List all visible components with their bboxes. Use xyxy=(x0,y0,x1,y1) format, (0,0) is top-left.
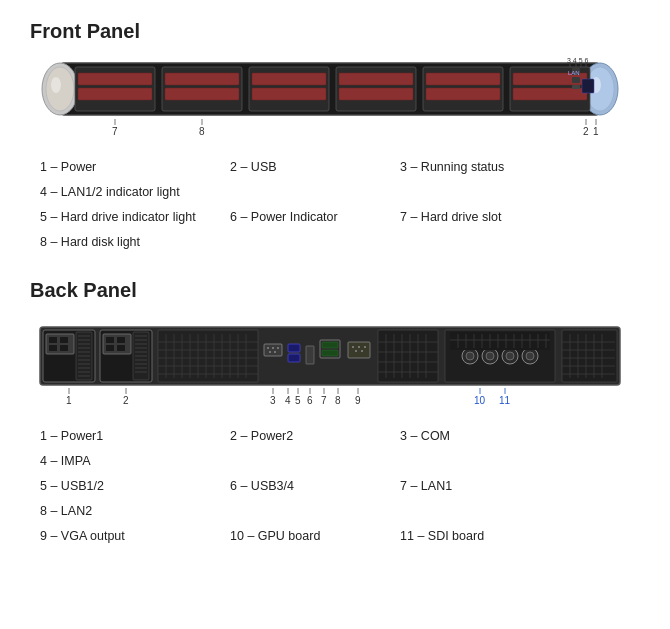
svg-point-110 xyxy=(358,346,360,348)
svg-point-131 xyxy=(506,352,514,360)
svg-rect-14 xyxy=(252,73,326,85)
svg-text:LAN: LAN xyxy=(568,70,580,76)
back-label-8: 8 – LAN2 xyxy=(40,499,200,524)
front-label-2: 2 – USB xyxy=(230,155,400,180)
svg-rect-96 xyxy=(264,344,282,356)
svg-point-101 xyxy=(274,351,276,353)
svg-point-99 xyxy=(277,347,279,349)
svg-rect-27 xyxy=(572,85,580,89)
svg-text:7: 7 xyxy=(112,126,118,137)
svg-rect-103 xyxy=(288,354,300,362)
svg-rect-9 xyxy=(78,88,152,100)
svg-text:6: 6 xyxy=(307,395,313,406)
svg-point-109 xyxy=(352,346,354,348)
svg-rect-11 xyxy=(165,73,239,85)
svg-rect-12 xyxy=(165,88,239,100)
svg-rect-104 xyxy=(306,346,314,364)
back-label-10: 10 – GPU board xyxy=(230,524,400,549)
svg-rect-49 xyxy=(60,345,68,351)
svg-rect-107 xyxy=(322,350,338,356)
svg-point-97 xyxy=(267,347,269,349)
svg-rect-47 xyxy=(60,337,68,343)
svg-rect-20 xyxy=(426,73,500,85)
svg-rect-18 xyxy=(339,88,413,100)
front-label-6: 6 – Power Indicator xyxy=(230,205,400,230)
front-label-4: 4 – LAN1/2 indicator light xyxy=(40,180,240,205)
back-label-9: 9 – VGA output xyxy=(40,524,230,549)
svg-text:3  4 5 6: 3 4 5 6 xyxy=(567,57,589,64)
back-label-5: 5 – USB1/2 xyxy=(40,474,230,499)
svg-rect-15 xyxy=(252,88,326,100)
svg-rect-48 xyxy=(49,345,57,351)
back-label-11: 11 – SDI board xyxy=(400,524,560,549)
back-label-3: 3 – COM xyxy=(400,424,560,449)
front-label-8: 8 – Hard disk light xyxy=(40,230,240,255)
back-label-6: 6 – USB3/4 xyxy=(230,474,400,499)
svg-text:4: 4 xyxy=(285,395,291,406)
back-label-1: 1 – Power1 xyxy=(40,424,230,449)
svg-rect-134 xyxy=(450,332,550,350)
front-panel-labels: 1 – Power 2 – USB 3 – Running status 4 –… xyxy=(30,155,640,255)
svg-rect-28 xyxy=(582,79,594,93)
svg-rect-64 xyxy=(106,337,114,343)
back-panel-title: Back Panel xyxy=(30,279,640,302)
svg-point-111 xyxy=(364,346,366,348)
svg-text:2: 2 xyxy=(583,126,589,137)
svg-text:3: 3 xyxy=(270,395,276,406)
svg-point-127 xyxy=(466,352,474,360)
svg-point-129 xyxy=(486,352,494,360)
front-label-5: 5 – Hard drive indicator light xyxy=(40,205,230,230)
svg-rect-102 xyxy=(288,344,300,352)
svg-text:1: 1 xyxy=(593,126,599,137)
back-panel-image: 1 2 3 4 5 6 7 8 9 10 xyxy=(30,312,640,420)
svg-point-112 xyxy=(355,350,357,352)
svg-rect-24 xyxy=(513,88,587,100)
svg-rect-17 xyxy=(339,73,413,85)
svg-text:8: 8 xyxy=(199,126,205,137)
svg-rect-114 xyxy=(378,330,438,382)
svg-text:10: 10 xyxy=(474,395,486,406)
svg-point-133 xyxy=(526,352,534,360)
back-label-2: 2 – Power2 xyxy=(230,424,400,449)
back-label-7: 7 – LAN1 xyxy=(400,474,560,499)
svg-text:7: 7 xyxy=(321,395,327,406)
front-label-3: 3 – Running status xyxy=(400,155,580,180)
front-label-1: 1 – Power xyxy=(40,155,230,180)
svg-rect-66 xyxy=(106,345,114,351)
svg-text:9: 9 xyxy=(355,395,361,406)
svg-rect-46 xyxy=(49,337,57,343)
svg-point-3 xyxy=(51,77,61,93)
svg-point-98 xyxy=(272,347,274,349)
svg-text:2: 2 xyxy=(123,395,129,406)
svg-text:5: 5 xyxy=(295,395,301,406)
svg-text:1: 1 xyxy=(66,395,72,406)
svg-point-100 xyxy=(269,351,271,353)
front-panel-image: 7 8 3 4 5 6 2 1 LAN xyxy=(30,53,640,151)
svg-rect-8 xyxy=(78,73,152,85)
svg-rect-106 xyxy=(322,342,338,348)
svg-rect-65 xyxy=(117,337,125,343)
svg-rect-67 xyxy=(117,345,125,351)
back-label-4: 4 – IMPA xyxy=(40,449,200,474)
front-label-7: 7 – Hard drive slot xyxy=(400,205,580,230)
svg-text:11: 11 xyxy=(499,395,511,406)
svg-rect-26 xyxy=(572,77,580,83)
svg-point-113 xyxy=(361,350,363,352)
back-panel-labels: 1 – Power1 2 – Power2 3 – COM 4 – IMPA 5… xyxy=(30,424,640,549)
front-panel-title: Front Panel xyxy=(30,20,640,43)
svg-rect-108 xyxy=(348,342,370,358)
svg-rect-21 xyxy=(426,88,500,100)
svg-text:8: 8 xyxy=(335,395,341,406)
